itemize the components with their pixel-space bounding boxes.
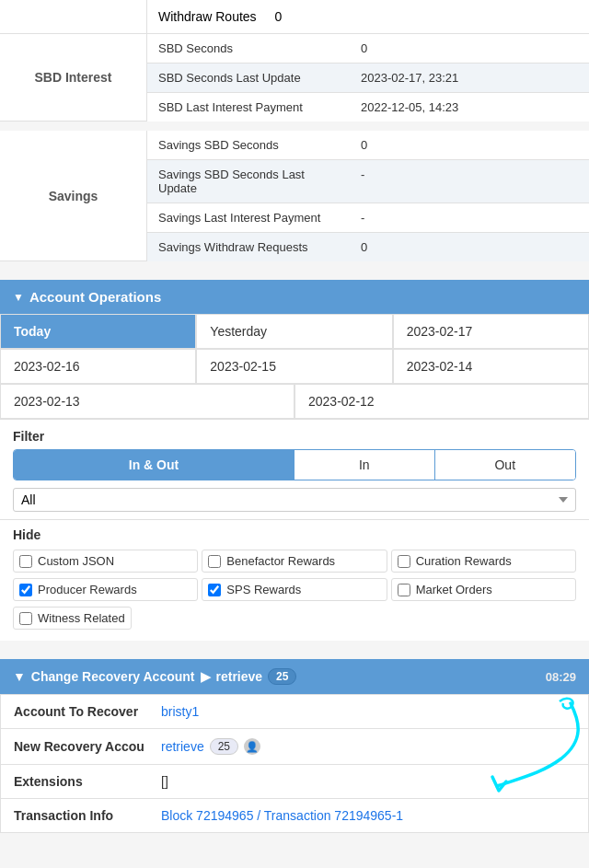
recovery-val-extensions: [] <box>161 774 575 789</box>
hide-benefactor-rewards[interactable]: Benefactor Rewards <box>202 550 387 573</box>
savings-val-0: 0 <box>350 131 589 159</box>
recovery-val-account: bristy1 <box>161 704 575 719</box>
curation-rewards-label: Curation Rewards <box>416 554 512 568</box>
recovery-value-row: retrieve 25 👤 <box>161 738 575 755</box>
recovery-key-account: Account To Recover <box>14 704 161 719</box>
sbd-key-1: SBD Seconds Last Update <box>147 64 350 92</box>
savings-row-0: Savings SBD Seconds 0 <box>147 131 589 160</box>
savings-val-1: - <box>350 160 589 203</box>
savings-row-3: Savings Withdraw Requests 0 <box>147 233 589 261</box>
curation-rewards-checkbox[interactable] <box>398 555 410 568</box>
hide-producer-rewards[interactable]: Producer Rewards <box>13 578 198 601</box>
recovery-body-wrapper: Account To Recover bristy1 New Recovery … <box>0 694 589 833</box>
date-grid-row3: 2023-02-13 2023-02-12 <box>0 384 589 419</box>
filter-label: Filter <box>13 429 576 444</box>
savings-key-0: Savings SBD Seconds <box>147 131 350 159</box>
withdraw-content: Withdraw Routes 0 <box>147 0 589 33</box>
account-operations-arrow: ▼ <box>13 291 24 304</box>
hide-market-orders[interactable]: Market Orders <box>391 578 576 601</box>
savings-rows: Savings SBD Seconds 0 Savings SBD Second… <box>147 131 589 261</box>
sbd-key-0: SBD Seconds <box>147 34 350 63</box>
recovery-key-tx: Transaction Info <box>14 808 161 823</box>
date-0215[interactable]: 2023-02-15 <box>196 349 392 384</box>
savings-val-2: - <box>350 203 589 232</box>
producer-rewards-label: Producer Rewards <box>38 583 137 596</box>
hide-row-witness: Witness Related <box>13 607 576 630</box>
recovery-row-account: Account To Recover bristy1 <box>1 695 588 729</box>
custom-json-checkbox[interactable] <box>19 555 32 568</box>
retrieve-label: retrieve <box>216 669 263 684</box>
recovery-arrow-right: ▶ <box>201 669 211 684</box>
hide-witness-related[interactable]: Witness Related <box>13 607 132 630</box>
recovery-key-new-account: New Recovery Accou <box>14 739 161 754</box>
withdraw-routes-label: Withdraw Routes <box>158 9 257 24</box>
recovery-time: 08:29 <box>546 670 576 684</box>
sbd-row-1: SBD Seconds Last Update 2023-02-17, 23:2… <box>147 64 589 93</box>
sbd-val-0: 0 <box>350 34 589 63</box>
savings-row-2: Savings Last Interest Payment - <box>147 203 589 233</box>
hide-custom-json[interactable]: Custom JSON <box>13 550 198 573</box>
date-0217[interactable]: 2023-02-17 <box>393 314 589 349</box>
savings-section: Savings Savings SBD Seconds 0 Savings SB… <box>0 131 589 261</box>
dropdown-row: All <box>0 480 589 519</box>
witness-related-label: Witness Related <box>38 611 125 625</box>
recovery-row-tx: Transaction Info Block 72194965 / Transa… <box>1 799 588 832</box>
savings-row-1: Savings SBD Seconds Last Update - <box>147 160 589 203</box>
sbd-interest-label: SBD Interest <box>0 34 147 122</box>
market-orders-checkbox[interactable] <box>398 584 410 596</box>
witness-related-checkbox[interactable] <box>19 612 32 625</box>
filter-in[interactable]: In <box>294 450 435 480</box>
recovery-key-extensions: Extensions <box>14 774 161 789</box>
savings-label: Savings <box>0 131 147 261</box>
date-grid-row1: Today Yesterday 2023-02-17 <box>0 314 589 349</box>
sps-rewards-checkbox[interactable] <box>208 584 221 596</box>
user-icon: 👤 <box>244 738 260 755</box>
retrieve-text: retrieve <box>161 739 204 754</box>
withdraw-routes-row: Withdraw Routes 0 <box>0 0 589 34</box>
sbd-val-2: 2022-12-05, 14:23 <box>350 93 589 122</box>
withdraw-routes-value: 0 <box>275 9 283 24</box>
recovery-val-tx: Block 72194965 / Transaction 72194965-1 <box>161 808 575 823</box>
sbd-row-2: SBD Last Interest Payment 2022-12-05, 14… <box>147 93 589 122</box>
hide-section: Hide Custom JSON Benefactor Rewards Cura… <box>0 519 589 641</box>
retrieve-count-badge: 25 <box>210 738 238 755</box>
benefactor-rewards-label: Benefactor Rewards <box>226 554 335 568</box>
date-0212[interactable]: 2023-02-12 <box>294 384 589 419</box>
filter-in-out[interactable]: In & Out <box>14 450 294 480</box>
hide-grid: Custom JSON Benefactor Rewards Curation … <box>13 550 576 601</box>
savings-key-2: Savings Last Interest Payment <box>147 203 350 232</box>
hide-label: Hide <box>13 527 576 542</box>
filter-tabs: In & Out In Out <box>13 449 576 480</box>
account-operations-title: Account Operations <box>29 289 161 305</box>
retrieve-badge: 25 <box>268 668 296 685</box>
hide-curation-rewards[interactable]: Curation Rewards <box>391 550 576 573</box>
operations-dropdown[interactable]: All <box>13 488 576 512</box>
recovery-row-new-account: New Recovery Accou retrieve 25 👤 <box>1 729 588 765</box>
filter-section: Filter In & Out In Out <box>0 419 589 480</box>
hide-sps-rewards[interactable]: SPS Rewards <box>202 578 387 601</box>
filter-out[interactable]: Out <box>435 450 576 480</box>
sbd-interest-section: SBD Interest SBD Seconds 0 SBD Seconds L… <box>0 34 589 122</box>
sbd-val-1: 2023-02-17, 23:21 <box>350 64 589 92</box>
date-0214[interactable]: 2023-02-14 <box>393 349 589 384</box>
date-0213[interactable]: 2023-02-13 <box>0 384 294 419</box>
custom-json-label: Custom JSON <box>38 554 114 568</box>
savings-key-1: Savings SBD Seconds Last Update <box>147 160 350 203</box>
account-operations-header[interactable]: ▼ Account Operations <box>0 280 589 314</box>
date-0216[interactable]: 2023-02-16 <box>0 349 196 384</box>
savings-key-3: Savings Withdraw Requests <box>147 233 350 261</box>
recovery-header[interactable]: ▼ Change Recovery Account ▶ retrieve 25 … <box>0 659 589 694</box>
recovery-val-new-account: retrieve 25 👤 <box>161 738 575 755</box>
sbd-key-2: SBD Last Interest Payment <box>147 93 350 122</box>
market-orders-label: Market Orders <box>416 583 492 596</box>
recovery-details: Account To Recover bristy1 New Recovery … <box>0 694 589 833</box>
date-grid-row2: 2023-02-16 2023-02-15 2023-02-14 <box>0 349 589 384</box>
sbd-row-0: SBD Seconds 0 <box>147 34 589 64</box>
recovery-row-extensions: Extensions [] <box>1 765 588 799</box>
date-yesterday[interactable]: Yesterday <box>196 314 392 349</box>
withdraw-spacer <box>0 0 147 33</box>
producer-rewards-checkbox[interactable] <box>19 584 32 596</box>
benefactor-rewards-checkbox[interactable] <box>208 555 221 568</box>
date-today[interactable]: Today <box>0 314 196 349</box>
sps-rewards-label: SPS Rewards <box>226 583 301 596</box>
